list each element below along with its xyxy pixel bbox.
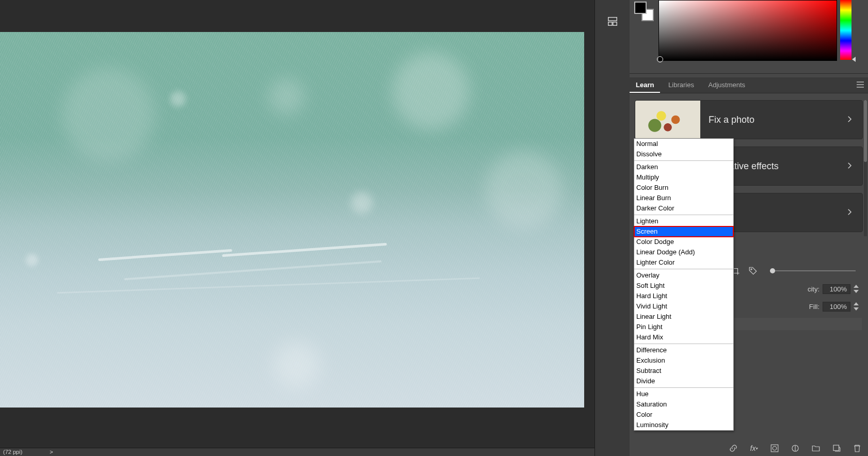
color-panel: [630, 0, 868, 74]
panels-icon[interactable]: [607, 15, 618, 27]
blend-mode-dissolve[interactable]: Dissolve: [634, 149, 733, 159]
blend-mode-normal[interactable]: Normal: [634, 139, 733, 149]
blend-mode-linear-burn[interactable]: Linear Burn: [634, 193, 733, 203]
svg-point-6: [751, 269, 752, 270]
fill-row: Fill: 100%: [809, 300, 859, 313]
blend-mode-color[interactable]: Color: [634, 410, 733, 420]
svg-marker-9: [854, 302, 859, 305]
fill-input[interactable]: 100%: [823, 302, 850, 312]
blend-mode-overlay[interactable]: Overlay: [634, 270, 733, 281]
svg-rect-0: [608, 18, 617, 21]
card-title: Fix a photo: [700, 115, 845, 125]
svg-marker-10: [854, 307, 859, 311]
panel-menu-icon[interactable]: [857, 82, 864, 88]
blend-mode-soft-light[interactable]: Soft Light: [634, 281, 733, 291]
blend-mode-hard-mix[interactable]: Hard Mix: [634, 332, 733, 343]
new-layer-icon[interactable]: [832, 444, 841, 453]
fill-stepper[interactable]: [854, 302, 859, 311]
blend-mode-saturation[interactable]: Saturation: [634, 399, 733, 410]
blend-mode-difference[interactable]: Difference: [634, 345, 733, 355]
opacity-label: city:: [808, 285, 819, 293]
chevron-right-icon: [845, 207, 862, 218]
color-field[interactable]: [658, 0, 837, 61]
tab-adjustments[interactable]: Adjustments: [702, 77, 752, 93]
blend-mode-exclusion[interactable]: Exclusion: [634, 355, 733, 366]
scrollbar-thumb[interactable]: [864, 100, 867, 162]
layer-panel-footer: fx▾: [729, 444, 862, 453]
svg-point-12: [773, 446, 777, 450]
svg-rect-2: [613, 22, 617, 25]
blend-mode-divide[interactable]: Divide: [634, 376, 733, 386]
zoom-readout: (72 ppi): [3, 449, 22, 455]
hue-strip[interactable]: [840, 0, 851, 60]
opacity-stepper[interactable]: [854, 285, 859, 293]
blend-mode-vivid-light[interactable]: Vivid Light: [634, 301, 733, 312]
status-bar: (72 ppi) >: [0, 448, 594, 456]
layer-filter-slider[interactable]: [770, 270, 856, 271]
foreground-color-swatch[interactable]: [635, 2, 646, 13]
link-icon[interactable]: [729, 444, 738, 453]
layer-row[interactable]: [731, 318, 862, 330]
svg-marker-8: [854, 290, 859, 293]
blend-mode-darker-color[interactable]: Darker Color: [634, 203, 733, 214]
blend-mode-subtract[interactable]: Subtract: [634, 366, 733, 376]
menu-divider: [634, 160, 733, 161]
blend-mode-lighter-color[interactable]: Lighter Color: [634, 257, 733, 268]
svg-marker-7: [854, 285, 859, 288]
menu-divider: [634, 387, 733, 388]
fill-label: Fill:: [809, 303, 819, 311]
foreground-background-swatches[interactable]: [635, 2, 653, 21]
opacity-row: city: 100%: [808, 283, 859, 295]
svg-rect-14: [833, 445, 839, 451]
blend-mode-color-burn[interactable]: Color Burn: [634, 183, 733, 193]
panel-tabs: Learn Libraries Adjustments: [630, 77, 868, 93]
blend-mode-pin-light[interactable]: Pin Light: [634, 322, 733, 332]
blend-mode-color-dodge[interactable]: Color Dodge: [634, 237, 733, 247]
canvas-area[interactable]: [0, 0, 594, 453]
tab-learn[interactable]: Learn: [630, 77, 660, 93]
slider-thumb[interactable]: [770, 268, 775, 273]
blend-mode-luminosity[interactable]: Luminosity: [634, 420, 733, 430]
svg-rect-1: [608, 22, 612, 25]
color-field-cursor[interactable]: [657, 56, 663, 62]
layer-filter-tools: [731, 264, 856, 278]
tab-libraries[interactable]: Libraries: [662, 77, 700, 93]
blend-mode-linear-light[interactable]: Linear Light: [634, 312, 733, 322]
svg-rect-11: [771, 445, 778, 452]
trash-icon[interactable]: [853, 444, 862, 453]
opacity-input[interactable]: 100%: [823, 284, 850, 294]
blend-mode-screen[interactable]: Screen: [634, 226, 733, 237]
status-chevron[interactable]: >: [50, 448, 53, 456]
blend-mode-lighten[interactable]: Lighten: [634, 216, 733, 226]
fx-icon[interactable]: fx▾: [749, 444, 759, 453]
learn-scrollbar[interactable]: [864, 100, 867, 236]
chevron-right-icon: [845, 161, 862, 172]
hue-indicator[interactable]: [852, 57, 856, 62]
blend-mode-menu[interactable]: NormalDissolveDarkenMultiplyColor BurnLi…: [634, 138, 734, 431]
blend-mode-darken[interactable]: Darken: [634, 162, 733, 172]
blend-mode-hue[interactable]: Hue: [634, 389, 733, 399]
blend-mode-linear-dodge-add[interactable]: Linear Dodge (Add): [634, 247, 733, 257]
chevron-right-icon: [845, 115, 862, 125]
label-icon[interactable]: [748, 266, 758, 275]
panel-gutter: [594, 0, 631, 456]
mask-icon[interactable]: [770, 444, 779, 453]
document-image[interactable]: [0, 32, 584, 408]
blend-mode-multiply[interactable]: Multiply: [634, 172, 733, 183]
blend-mode-hard-light[interactable]: Hard Light: [634, 291, 733, 301]
learn-card-fix-photo[interactable]: Fix a photo: [635, 100, 863, 139]
adjustment-icon[interactable]: [791, 444, 800, 453]
card-thumbnail: [635, 101, 700, 139]
group-icon[interactable]: [811, 444, 821, 453]
menu-divider: [634, 344, 733, 344]
menu-divider: [634, 215, 733, 215]
menu-divider: [634, 269, 733, 269]
